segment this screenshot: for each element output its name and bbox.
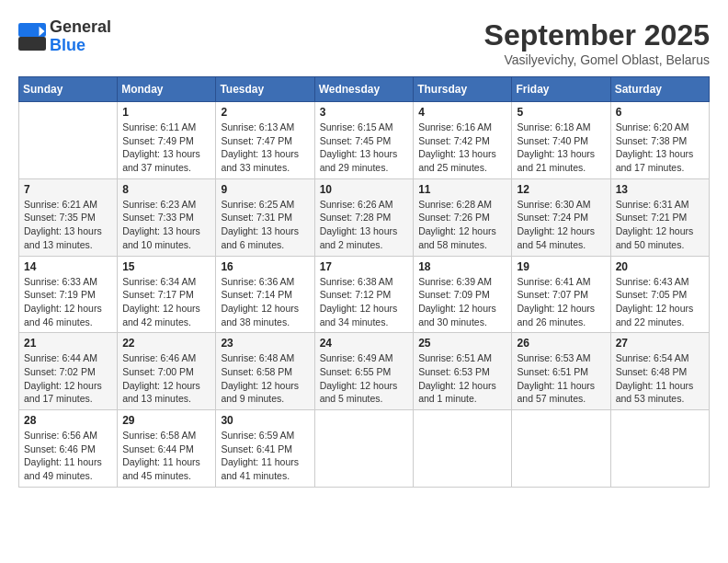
calendar-cell: 14Sunrise: 6:33 AMSunset: 7:19 PMDayligh… bbox=[19, 256, 118, 333]
calendar-cell: 23Sunrise: 6:48 AMSunset: 6:58 PMDayligh… bbox=[216, 333, 314, 410]
day-info: Sunrise: 6:26 AMSunset: 7:28 PMDaylight:… bbox=[320, 198, 409, 252]
header-monday: Monday bbox=[118, 77, 216, 102]
day-info: Sunrise: 6:36 AMSunset: 7:14 PMDaylight:… bbox=[221, 275, 309, 329]
location: Vasilyevichy, Gomel Oblast, Belarus bbox=[484, 52, 710, 67]
calendar-cell: 2Sunrise: 6:13 AMSunset: 7:47 PMDaylight… bbox=[216, 102, 314, 179]
calendar-cell: 7Sunrise: 6:21 AMSunset: 7:35 PMDaylight… bbox=[19, 178, 118, 256]
day-info: Sunrise: 6:11 AMSunset: 7:49 PMDaylight:… bbox=[122, 121, 210, 175]
day-number: 19 bbox=[517, 260, 605, 273]
header-saturday: Saturday bbox=[610, 77, 709, 102]
logo-text: General Blue bbox=[50, 18, 111, 55]
day-number: 14 bbox=[24, 260, 112, 273]
day-info: Sunrise: 6:18 AMSunset: 7:40 PMDaylight:… bbox=[517, 121, 605, 175]
calendar-cell: 22Sunrise: 6:46 AMSunset: 7:00 PMDayligh… bbox=[118, 333, 216, 410]
calendar-cell: 21Sunrise: 6:44 AMSunset: 7:02 PMDayligh… bbox=[19, 333, 118, 410]
day-info: Sunrise: 6:44 AMSunset: 7:02 PMDaylight:… bbox=[24, 351, 112, 406]
day-info: Sunrise: 6:49 AMSunset: 6:55 PMDaylight:… bbox=[320, 351, 409, 406]
day-number: 25 bbox=[418, 337, 506, 350]
calendar-header: SundayMondayTuesdayWednesdayThursdayFrid… bbox=[19, 77, 710, 102]
day-info: Sunrise: 6:23 AMSunset: 7:33 PMDaylight:… bbox=[122, 198, 210, 252]
day-info: Sunrise: 6:58 AMSunset: 6:44 PMDaylight:… bbox=[122, 429, 210, 483]
day-info: Sunrise: 6:39 AMSunset: 7:09 PMDaylight:… bbox=[418, 275, 506, 329]
day-number: 23 bbox=[221, 337, 309, 350]
day-number: 11 bbox=[418, 183, 506, 196]
day-number: 28 bbox=[24, 414, 112, 427]
day-info: Sunrise: 6:43 AMSunset: 7:05 PMDaylight:… bbox=[616, 275, 704, 329]
logo-blue: Blue bbox=[50, 37, 111, 55]
header-tuesday: Tuesday bbox=[216, 77, 314, 102]
week-row-1: 7Sunrise: 6:21 AMSunset: 7:35 PMDaylight… bbox=[19, 178, 710, 256]
day-number: 27 bbox=[616, 337, 704, 350]
day-number: 9 bbox=[221, 183, 309, 196]
day-info: Sunrise: 6:31 AMSunset: 7:21 PMDaylight:… bbox=[616, 198, 704, 252]
day-info: Sunrise: 6:46 AMSunset: 7:00 PMDaylight:… bbox=[122, 351, 210, 406]
page-header: General Blue September 2025 Vasilyevichy… bbox=[18, 18, 710, 67]
calendar-cell: 27Sunrise: 6:54 AMSunset: 6:48 PMDayligh… bbox=[610, 333, 709, 410]
calendar-cell: 18Sunrise: 6:39 AMSunset: 7:09 PMDayligh… bbox=[414, 256, 512, 333]
day-number: 3 bbox=[320, 106, 409, 119]
day-info: Sunrise: 6:16 AMSunset: 7:42 PMDaylight:… bbox=[418, 121, 506, 175]
day-info: Sunrise: 6:25 AMSunset: 7:31 PMDaylight:… bbox=[221, 198, 309, 252]
week-row-0: 1Sunrise: 6:11 AMSunset: 7:49 PMDaylight… bbox=[19, 102, 710, 179]
header-row: SundayMondayTuesdayWednesdayThursdayFrid… bbox=[19, 77, 710, 102]
calendar-cell: 24Sunrise: 6:49 AMSunset: 6:55 PMDayligh… bbox=[314, 333, 414, 410]
logo: General Blue bbox=[18, 18, 111, 55]
day-info: Sunrise: 6:15 AMSunset: 7:45 PMDaylight:… bbox=[320, 121, 409, 175]
calendar-cell: 28Sunrise: 6:56 AMSunset: 6:46 PMDayligh… bbox=[19, 410, 118, 488]
day-number: 2 bbox=[221, 106, 309, 119]
logo-general: General bbox=[50, 18, 111, 37]
day-number: 15 bbox=[122, 260, 210, 273]
week-row-2: 14Sunrise: 6:33 AMSunset: 7:19 PMDayligh… bbox=[19, 256, 710, 333]
calendar-cell bbox=[414, 410, 512, 488]
calendar-table: SundayMondayTuesdayWednesdayThursdayFrid… bbox=[18, 76, 710, 488]
svg-rect-1 bbox=[18, 37, 46, 51]
day-number: 26 bbox=[517, 337, 605, 350]
calendar-cell: 16Sunrise: 6:36 AMSunset: 7:14 PMDayligh… bbox=[216, 256, 314, 333]
logo-icon bbox=[18, 23, 46, 51]
header-friday: Friday bbox=[512, 77, 610, 102]
calendar-cell: 19Sunrise: 6:41 AMSunset: 7:07 PMDayligh… bbox=[512, 256, 610, 333]
header-wednesday: Wednesday bbox=[314, 77, 414, 102]
day-info: Sunrise: 6:41 AMSunset: 7:07 PMDaylight:… bbox=[517, 275, 605, 329]
week-row-4: 28Sunrise: 6:56 AMSunset: 6:46 PMDayligh… bbox=[19, 410, 710, 488]
calendar-cell: 15Sunrise: 6:34 AMSunset: 7:17 PMDayligh… bbox=[118, 256, 216, 333]
day-number: 22 bbox=[122, 337, 210, 350]
day-number: 7 bbox=[24, 183, 112, 196]
day-info: Sunrise: 6:51 AMSunset: 6:53 PMDaylight:… bbox=[418, 351, 506, 406]
calendar-cell: 29Sunrise: 6:58 AMSunset: 6:44 PMDayligh… bbox=[118, 410, 216, 488]
calendar-cell: 26Sunrise: 6:53 AMSunset: 6:51 PMDayligh… bbox=[512, 333, 610, 410]
calendar-cell: 20Sunrise: 6:43 AMSunset: 7:05 PMDayligh… bbox=[610, 256, 709, 333]
day-info: Sunrise: 6:59 AMSunset: 6:41 PMDaylight:… bbox=[221, 429, 309, 483]
header-thursday: Thursday bbox=[414, 77, 512, 102]
calendar-cell: 25Sunrise: 6:51 AMSunset: 6:53 PMDayligh… bbox=[414, 333, 512, 410]
calendar-cell bbox=[512, 410, 610, 488]
week-row-3: 21Sunrise: 6:44 AMSunset: 7:02 PMDayligh… bbox=[19, 333, 710, 410]
day-number: 16 bbox=[221, 260, 309, 273]
day-number: 6 bbox=[616, 106, 704, 119]
day-info: Sunrise: 6:13 AMSunset: 7:47 PMDaylight:… bbox=[221, 121, 309, 175]
month-title: September 2025 bbox=[484, 18, 710, 52]
calendar-cell: 10Sunrise: 6:26 AMSunset: 7:28 PMDayligh… bbox=[314, 178, 414, 256]
day-number: 29 bbox=[122, 414, 210, 427]
calendar-body: 1Sunrise: 6:11 AMSunset: 7:49 PMDaylight… bbox=[19, 102, 710, 488]
day-info: Sunrise: 6:21 AMSunset: 7:35 PMDaylight:… bbox=[24, 198, 112, 252]
day-info: Sunrise: 6:30 AMSunset: 7:24 PMDaylight:… bbox=[517, 198, 605, 252]
calendar-cell: 8Sunrise: 6:23 AMSunset: 7:33 PMDaylight… bbox=[118, 178, 216, 256]
calendar-cell: 4Sunrise: 6:16 AMSunset: 7:42 PMDaylight… bbox=[414, 102, 512, 179]
header-sunday: Sunday bbox=[19, 77, 118, 102]
calendar-cell: 3Sunrise: 6:15 AMSunset: 7:45 PMDaylight… bbox=[314, 102, 414, 179]
day-number: 24 bbox=[320, 337, 409, 350]
calendar-cell: 30Sunrise: 6:59 AMSunset: 6:41 PMDayligh… bbox=[216, 410, 314, 488]
day-info: Sunrise: 6:20 AMSunset: 7:38 PMDaylight:… bbox=[616, 121, 704, 175]
day-number: 1 bbox=[122, 106, 210, 119]
day-number: 30 bbox=[221, 414, 309, 427]
day-number: 21 bbox=[24, 337, 112, 350]
calendar-cell: 6Sunrise: 6:20 AMSunset: 7:38 PMDaylight… bbox=[610, 102, 709, 179]
day-info: Sunrise: 6:38 AMSunset: 7:12 PMDaylight:… bbox=[320, 275, 409, 329]
day-number: 5 bbox=[517, 106, 605, 119]
calendar-cell: 5Sunrise: 6:18 AMSunset: 7:40 PMDaylight… bbox=[512, 102, 610, 179]
title-block: September 2025 Vasilyevichy, Gomel Oblas… bbox=[484, 18, 710, 67]
calendar-cell: 13Sunrise: 6:31 AMSunset: 7:21 PMDayligh… bbox=[610, 178, 709, 256]
day-number: 10 bbox=[320, 183, 409, 196]
day-info: Sunrise: 6:28 AMSunset: 7:26 PMDaylight:… bbox=[418, 198, 506, 252]
